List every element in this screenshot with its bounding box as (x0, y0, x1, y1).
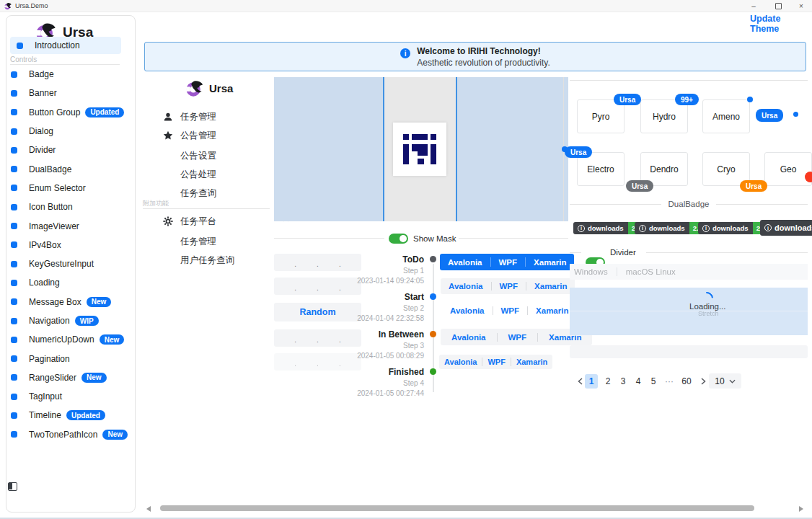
wpf-button[interactable]: WPF (498, 333, 538, 342)
nav-group-task-management[interactable]: 任务管理 (163, 111, 271, 123)
avalonia-button[interactable]: Avalonia (440, 258, 490, 267)
avalonia-button[interactable]: Avalonia (439, 358, 482, 366)
sidebar-item-introduction[interactable]: Introduction (10, 37, 121, 54)
app-window: Ursa.Demo – × Ursa Introduction Controls… (0, 0, 812, 519)
sidebar-item-dualbadge[interactable]: DualBadge (4, 159, 127, 178)
bullet-icon (17, 43, 23, 49)
sidebar-item-ipv4box[interactable]: IPv4Box (4, 236, 127, 254)
wpf-button[interactable]: WPF (493, 306, 528, 315)
bullet-icon (11, 431, 17, 438)
avalonia-button[interactable]: Avalonia (441, 282, 491, 290)
sidebar-item-pagination[interactable]: Pagination (4, 349, 127, 368)
maximize-button[interactable] (770, 1, 786, 11)
user-icon (163, 112, 173, 122)
minimize-button[interactable]: – (746, 1, 762, 11)
horizontal-scrollbar-thumb[interactable] (160, 505, 754, 511)
sidebar-item-label: Banner (29, 88, 57, 98)
welcome-banner: i Welcome to IRIHI Technology! Aesthetic… (144, 42, 806, 71)
sidebar-item-imageviewer[interactable]: ImageViewer (4, 216, 127, 235)
card-label: Cryo (717, 164, 735, 174)
sidebar-item-enum-selector[interactable]: Enum Selector (4, 179, 127, 198)
sidebar-item-twotonepathicon[interactable]: TwoTonePathIconNew (4, 425, 127, 444)
dot-badge (747, 97, 753, 102)
sidebar-item-banner[interactable]: Banner (4, 84, 127, 102)
card-label: Geo (780, 164, 797, 174)
sidebar-item-message-box[interactable]: Message BoxNew (4, 293, 127, 311)
xamarin-button[interactable]: Xamarin (526, 282, 575, 290)
status-badge: New (102, 430, 128, 440)
divider-toggle-label: Divider (610, 248, 636, 257)
sidebar-item-taginput[interactable]: TagInput (4, 387, 127, 406)
sidebar-item-keygestureinput[interactable]: KeyGestureInput (4, 254, 127, 273)
pagination-page-2[interactable]: 2 (601, 374, 614, 389)
info-icon: i (639, 225, 646, 232)
pagination-page-1[interactable]: 1 (585, 374, 598, 389)
ursa-logo-icon (186, 80, 205, 97)
viewer-mask-edge-right[interactable] (456, 77, 457, 221)
timeline-step: Step 1 (403, 267, 424, 275)
pagination-page-3[interactable]: 3 (617, 374, 630, 389)
show-mask-toggle[interactable] (389, 234, 408, 244)
sidebar-item-badge[interactable]: Badge (4, 65, 127, 84)
timeline-dot (430, 331, 436, 337)
sidebar-item-dialog[interactable]: Dialog (4, 122, 127, 141)
sidebar-collapse-icon[interactable] (8, 482, 17, 491)
scroll-left-arrow[interactable] (146, 506, 151, 512)
tab-macos-linux[interactable]: macOS Linux (626, 267, 676, 276)
random-button[interactable]: Random (274, 303, 361, 321)
pagination-page-60[interactable]: 60 (679, 374, 694, 389)
sidebar-item-numericupdown[interactable]: NumericUpDownNew (4, 330, 127, 349)
title-bar: Ursa.Demo (0, 0, 812, 12)
sidebar-item-divider[interactable]: Divider (4, 141, 127, 159)
sidebar-item-rangeslider[interactable]: RangeSliderNew (4, 368, 127, 387)
irihi-logo-image (393, 123, 446, 176)
ipv4-input[interactable]: ... (274, 278, 361, 295)
sidebar-item-label: Loading (29, 278, 60, 288)
pagination-next[interactable] (697, 374, 710, 389)
sidebar-item-label: Introduction (35, 40, 80, 50)
nav-item-task-management[interactable]: 任务管理 (180, 236, 216, 248)
status-badge: WIP (75, 316, 99, 326)
update-theme-button[interactable]: Update Theme (750, 14, 812, 34)
ipv4-input[interactable]: ... (274, 254, 361, 271)
nav-item-announcement-settings[interactable]: 公告设置 (180, 150, 216, 162)
dualbadge-label: downloads (588, 224, 624, 232)
bullet-icon (11, 223, 17, 229)
nav-item-announcement-process[interactable]: 公告处理 (180, 169, 216, 181)
xamarin-button[interactable]: Xamarin (526, 258, 574, 267)
count-badge: 99+ (675, 94, 699, 105)
status-badge: Updated (85, 107, 124, 117)
sidebar-item-icon-button[interactable]: Icon Button (4, 198, 127, 216)
chevron-left-icon (578, 378, 583, 385)
ursa-badge: Ursa (565, 146, 592, 158)
avalonia-button[interactable]: Avalonia (442, 306, 493, 315)
viewer-mask-edge-left[interactable] (383, 77, 384, 221)
sidebar-item-loading[interactable]: Loading (4, 273, 127, 292)
ipv4-input[interactable]: ... (274, 329, 361, 347)
nav-item-task-query[interactable]: 任务查询 (180, 187, 216, 200)
timeline-time: 2023-01-14 09:24:05 (357, 277, 424, 285)
wpf-button[interactable]: WPF (482, 358, 510, 366)
avalonia-button[interactable]: Avalonia (441, 333, 497, 342)
pagination-page-4[interactable]: 4 (632, 374, 645, 389)
nav-group-task-platform[interactable]: 任务平台 (163, 216, 271, 227)
wpf-button[interactable]: WPF (492, 282, 526, 290)
pagination-page-5[interactable]: 5 (647, 374, 660, 389)
xamarin-button[interactable]: Xamarin (511, 358, 552, 366)
sidebar-item-label: NumericUpDown (29, 334, 94, 345)
page-size-value: 10 (715, 376, 724, 386)
timeline-title: In Between (379, 329, 424, 340)
wpf-button[interactable]: WPF (491, 258, 526, 267)
nav-demo-logo-text: Ursa (209, 82, 233, 94)
nav-group-announcement[interactable]: 公告管理 (163, 130, 271, 141)
nav-item-user-task-query[interactable]: 用户任务查询 (180, 254, 234, 267)
page-size-select[interactable]: 10 (709, 373, 741, 389)
scroll-right-arrow[interactable] (799, 506, 803, 512)
sidebar-item-button-group[interactable]: Button GroupUpdated (4, 103, 127, 122)
sidebar-item-timeline[interactable]: TimelineUpdated (4, 406, 127, 425)
bullet-icon (11, 318, 17, 324)
ipv4-input-disabled: ... (274, 353, 361, 371)
sidebar-item-navigation[interactable]: NavigationWIP (4, 311, 127, 330)
close-button[interactable]: × (793, 1, 809, 11)
tab-windows[interactable]: Windows (574, 267, 608, 276)
